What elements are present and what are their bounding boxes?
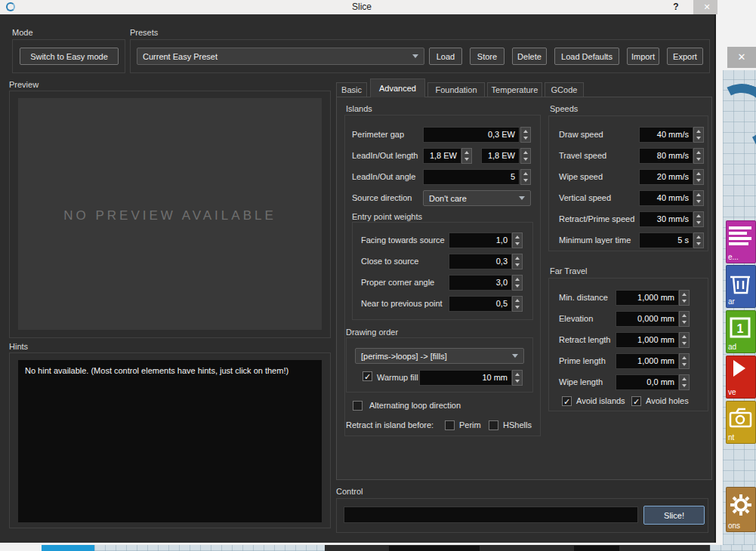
toolbar-tile-slice[interactable]: e... bbox=[726, 220, 756, 263]
proper-corner-angle-spinner[interactable] bbox=[512, 275, 523, 291]
checkmark-icon: ✓ bbox=[364, 372, 371, 381]
prime-length-spinner[interactable] bbox=[679, 353, 690, 369]
min-distance-spinner[interactable] bbox=[679, 290, 690, 306]
switch-to-easy-mode-button[interactable]: Switch to Easy mode bbox=[20, 48, 119, 65]
draw-speed-spinner[interactable] bbox=[693, 127, 704, 143]
wipe-length-field[interactable]: 0,0 mm bbox=[616, 374, 679, 390]
proper-corner-angle-field[interactable]: 3,0 bbox=[449, 275, 512, 291]
preview-area: NO PREVIEW AVAILABLE bbox=[18, 98, 322, 330]
close-to-source-spinner[interactable] bbox=[512, 254, 523, 269]
tab-gcode[interactable]: GCode bbox=[545, 82, 584, 97]
toolbar-tile-load[interactable]: 1 ad bbox=[726, 310, 756, 353]
preview-group-label: Preview bbox=[9, 80, 39, 89]
perim-checkbox[interactable] bbox=[445, 420, 455, 430]
far-travel-group-label: Far Travel bbox=[550, 266, 588, 276]
retract-prime-speed-spinner[interactable] bbox=[693, 211, 704, 227]
retract-prime-speed-field[interactable]: 30 mm/s bbox=[639, 211, 693, 227]
hshells-checkbox[interactable] bbox=[489, 420, 498, 430]
background-grid bbox=[710, 545, 756, 551]
slice-progress-bar bbox=[344, 506, 638, 523]
tile-label: ons bbox=[726, 522, 756, 530]
background-toolbar-button[interactable] bbox=[574, 546, 619, 551]
wipe-length-label: Wipe length bbox=[559, 374, 603, 390]
toolbar-tile-options[interactable]: ons bbox=[726, 487, 756, 532]
toolbar-tile-clear[interactable]: ar bbox=[726, 265, 756, 308]
slice-layers-icon bbox=[729, 226, 751, 248]
load-button[interactable]: Load bbox=[429, 48, 462, 65]
help-button[interactable]: ? bbox=[669, 1, 683, 14]
near-previous-point-field[interactable]: 0,5 bbox=[449, 296, 512, 312]
alternating-loop-label: Alternating loop direction bbox=[369, 398, 461, 414]
warmup-fill-checkbox[interactable]: ✓ bbox=[363, 371, 372, 381]
drawing-order-combobox[interactable]: [perims->loops] -> [fills] bbox=[355, 348, 524, 364]
facing-towards-source-spinner[interactable] bbox=[512, 232, 523, 248]
leadinout-length-field-1[interactable]: 1,8 EW bbox=[423, 148, 461, 164]
perimeter-gap-label: Perimeter gap bbox=[352, 127, 404, 143]
alternating-loop-checkbox[interactable] bbox=[353, 401, 363, 411]
delete-button[interactable]: Delete bbox=[512, 48, 547, 65]
retract-length-label: Retract length bbox=[559, 332, 610, 348]
retract-length-spinner[interactable] bbox=[679, 332, 690, 348]
store-button[interactable]: Store bbox=[470, 48, 505, 65]
speeds-group-label: Speeds bbox=[550, 104, 578, 113]
elevation-field[interactable]: 0,000 mm bbox=[616, 311, 679, 327]
toolbar-tile-save[interactable]: ve bbox=[726, 356, 756, 399]
tab-foundation[interactable]: Foundation bbox=[427, 82, 485, 97]
background-blue-button[interactable] bbox=[42, 545, 94, 551]
retract-prime-speed-label: Retract/Prime speed bbox=[559, 211, 634, 227]
vertical-speed-field[interactable]: 40 mm/s bbox=[639, 190, 693, 206]
export-button[interactable]: Export bbox=[667, 48, 703, 65]
minimum-layer-time-field[interactable]: 5 s bbox=[639, 232, 693, 248]
preset-combobox[interactable]: Current Easy Preset bbox=[137, 48, 424, 65]
warmup-fill-field[interactable]: 10 mm bbox=[419, 370, 512, 386]
leadinout-length-field-2[interactable]: 1,8 EW bbox=[481, 148, 520, 164]
import-button[interactable]: Import bbox=[627, 48, 659, 65]
source-direction-combobox[interactable]: Don't care bbox=[423, 190, 531, 206]
minimum-layer-time-label: Minimum layer time bbox=[559, 232, 631, 248]
leadinout-angle-field[interactable]: 5 bbox=[423, 169, 520, 185]
facing-towards-source-field[interactable]: 1,0 bbox=[449, 232, 512, 248]
svg-text:1: 1 bbox=[737, 322, 744, 335]
minimum-layer-time-spinner[interactable] bbox=[693, 232, 704, 248]
draw-speed-field[interactable]: 40 mm/s bbox=[639, 127, 693, 143]
avoid-islands-checkbox[interactable]: ✓ bbox=[562, 396, 572, 406]
proper-corner-angle-label: Proper corner angle bbox=[361, 275, 434, 291]
leadinout-length-spinner-1[interactable] bbox=[461, 148, 472, 164]
min-distance-field[interactable]: 1,000 mm bbox=[616, 290, 679, 306]
wipe-length-spinner[interactable] bbox=[679, 374, 690, 390]
avoid-holes-checkbox[interactable]: ✓ bbox=[631, 396, 641, 406]
background-bottom-bar bbox=[0, 545, 756, 551]
leadinout-angle-spinner[interactable] bbox=[520, 169, 531, 185]
hint-text: No hint available. (Most control element… bbox=[25, 366, 289, 375]
tab-advanced[interactable]: Advanced bbox=[370, 78, 425, 97]
background-toolbar-button[interactable] bbox=[389, 546, 480, 551]
wipe-speed-spinner[interactable] bbox=[693, 169, 704, 185]
close-to-source-field[interactable]: 0,3 bbox=[449, 254, 512, 269]
vertical-speed-spinner[interactable] bbox=[693, 190, 704, 206]
avoid-islands-label: Avoid islands bbox=[576, 393, 625, 409]
load-defaults-button[interactable]: Load Defaults bbox=[554, 48, 619, 65]
tab-temperature[interactable]: Temperature bbox=[487, 82, 542, 97]
close-button[interactable]: ✕ bbox=[693, 0, 721, 14]
warmup-fill-spinner[interactable] bbox=[512, 370, 523, 386]
travel-speed-label: Travel speed bbox=[559, 148, 606, 164]
leadinout-length-spinner-2[interactable] bbox=[520, 148, 531, 164]
near-previous-point-spinner[interactable] bbox=[512, 296, 523, 312]
slice-button[interactable]: Slice! bbox=[643, 506, 705, 525]
travel-speed-spinner[interactable] bbox=[693, 148, 704, 164]
perimeter-gap-spinner[interactable] bbox=[520, 127, 531, 143]
toolbar-tile-print[interactable]: nt bbox=[726, 401, 756, 444]
retract-length-field[interactable]: 1,000 mm bbox=[616, 332, 679, 348]
wipe-speed-label: Wipe speed bbox=[559, 169, 603, 185]
background-close-button[interactable]: ✕ bbox=[727, 47, 756, 68]
title-bar: Slice ? ✕ bbox=[0, 0, 724, 14]
tab-basic[interactable]: Basic bbox=[336, 82, 367, 97]
tile-label: ad bbox=[726, 343, 756, 351]
tile-label: ar bbox=[726, 297, 756, 306]
elevation-spinner[interactable] bbox=[679, 311, 690, 327]
travel-speed-field[interactable]: 80 mm/s bbox=[639, 148, 693, 164]
perimeter-gap-field[interactable]: 0,3 EW bbox=[423, 127, 520, 143]
prime-length-field[interactable]: 1,000 mm bbox=[616, 353, 679, 369]
leadinout-angle-label: LeadIn/Out angle bbox=[352, 169, 415, 185]
wipe-speed-field[interactable]: 20 mm/s bbox=[639, 169, 693, 185]
